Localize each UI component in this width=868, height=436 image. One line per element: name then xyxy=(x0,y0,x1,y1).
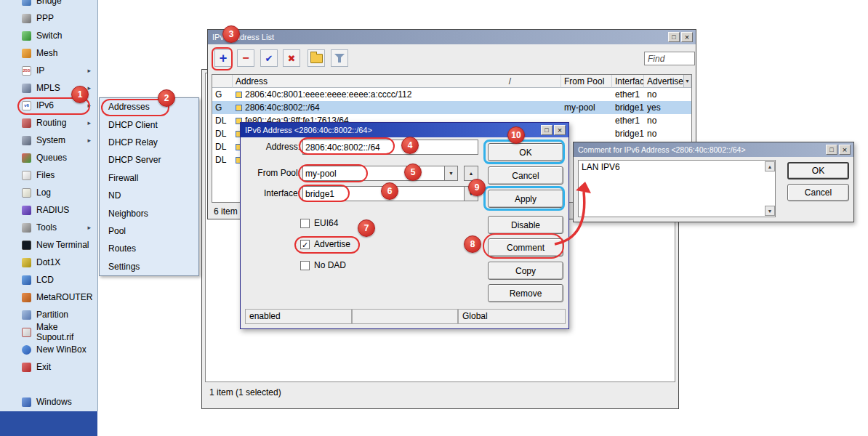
sidebar-item-label: Dot1X xyxy=(36,257,60,267)
dialog-title: IPv6 Address <2806:40c:8002::/64> xyxy=(244,126,539,134)
sidebar-item-lcd[interactable]: LCD xyxy=(0,271,97,288)
sidebar-item-switch[interactable]: Switch xyxy=(0,27,97,44)
eui64-checkbox[interactable] xyxy=(300,219,310,228)
sidebar-item-windows[interactable]: Windows xyxy=(0,393,98,411)
sidebar-item-metarouter[interactable]: MetaROUTER xyxy=(0,288,97,306)
submenu-item-dhcp-client[interactable]: DHCP Client xyxy=(100,116,198,133)
table-header: Address From Pool Interface Advertise xyxy=(212,75,691,88)
close-icon[interactable] xyxy=(681,32,693,42)
log-icon xyxy=(22,188,31,198)
sidebar-item-ppp[interactable]: PPP xyxy=(0,9,97,27)
enable-button[interactable] xyxy=(260,49,278,67)
annotation-step-5: 5 xyxy=(404,164,422,181)
address-column-header[interactable]: Address xyxy=(233,75,561,88)
comment-ok-button[interactable]: OK xyxy=(787,162,849,179)
supout-icon xyxy=(22,328,31,337)
sidebar-item-system[interactable]: System xyxy=(0,132,97,149)
from-pool-column-header[interactable]: From Pool xyxy=(561,75,612,88)
advertise-column-header[interactable]: Advertise xyxy=(644,75,691,88)
interface-column-header[interactable]: Interface xyxy=(612,75,644,88)
sidebar-item-tools[interactable]: Tools xyxy=(0,219,97,236)
submenu-item-dhcp-relay[interactable]: DHCP Relay xyxy=(100,134,198,151)
sidebar-item-new-terminal[interactable]: New Terminal xyxy=(0,236,97,254)
sidebar-item-files[interactable]: Files xyxy=(0,166,97,184)
column-select-icon[interactable] xyxy=(683,75,691,87)
sidebar-item-radius[interactable]: RADIUS xyxy=(0,201,97,219)
address-label: Address: xyxy=(244,140,300,155)
table-row[interactable]: G 2806:40c:8002::/64 my-pool bridge1 yes xyxy=(212,101,691,114)
flag-cell: G xyxy=(212,88,233,101)
sidebar-item-routing[interactable]: Routing xyxy=(0,114,97,132)
status-enabled: enabled xyxy=(245,309,352,324)
copy-button[interactable]: Copy xyxy=(488,262,563,280)
sidebar-item-ip[interactable]: 255IP xyxy=(0,62,97,79)
sidebar-item-label: Queues xyxy=(36,153,67,163)
from-pool-dropdown-icon[interactable] xyxy=(444,166,458,181)
submenu-item-label: DHCP Client xyxy=(108,120,158,130)
sidebar-item-label: Routing xyxy=(36,118,66,128)
comment-cancel-button[interactable]: Cancel xyxy=(787,184,849,201)
comment-window: Comment for IPv6 Address <2806:40c:8002:… xyxy=(573,142,854,222)
sidebar-item-label: PPP xyxy=(36,13,54,23)
bridge-icon xyxy=(22,0,31,6)
annotation-oval-address-value xyxy=(299,137,395,155)
sidebar-item-dot1x[interactable]: Dot1X xyxy=(0,254,97,271)
metarouter-icon xyxy=(22,293,31,302)
comment-textarea[interactable]: LAN IPV6 xyxy=(578,160,776,217)
annotation-box-add-button xyxy=(212,47,233,70)
submenu-item-routes[interactable]: Routes xyxy=(100,240,198,257)
flag-column-header[interactable] xyxy=(212,75,233,88)
remove-button[interactable]: Remove xyxy=(488,284,563,302)
list-window-status: 6 item xyxy=(214,206,238,217)
filter-funnel-icon xyxy=(334,53,345,63)
submenu-item-label: Pool xyxy=(108,226,126,236)
submenu-item-label: DHCP Server xyxy=(108,155,161,165)
scroll-up-icon[interactable] xyxy=(765,161,775,171)
sidebar-item-label: RADIUS xyxy=(36,205,69,215)
advertise-cell: no xyxy=(644,114,691,127)
submenu-item-firewall[interactable]: Firewall xyxy=(100,169,198,187)
disable-button[interactable] xyxy=(283,49,300,67)
sidebar-item-make-supout[interactable]: Make Supout.rif xyxy=(0,323,97,341)
sidebar-item-queues[interactable]: Queues xyxy=(0,149,97,166)
address-cell: 2806:40c:8002::/64 xyxy=(233,101,561,114)
table-row[interactable]: G 2806:40c:8001:eeee:eeee:eeee:a:cccc/11… xyxy=(212,88,691,101)
submenu-item-label: Routes xyxy=(108,243,136,254)
no-dad-checkbox[interactable] xyxy=(300,261,310,270)
ip-icon: 255 xyxy=(22,66,31,76)
annotation-arrow xyxy=(542,179,600,249)
window-title: IPv6 Address List xyxy=(211,33,667,41)
maximize-icon[interactable] xyxy=(668,32,680,42)
sidebar-item-log[interactable]: Log xyxy=(0,184,97,201)
submenu-item-settings[interactable]: Settings xyxy=(100,258,198,275)
sidebar-item-exit[interactable]: Exit xyxy=(0,358,97,376)
close-icon[interactable] xyxy=(839,145,851,155)
remove-button[interactable] xyxy=(237,49,254,67)
submenu-item-neighbors[interactable]: Neighbors xyxy=(100,204,198,222)
scroll-down-icon[interactable] xyxy=(765,206,775,216)
submenu-item-nd[interactable]: ND xyxy=(100,187,198,204)
list-window-titlebar[interactable]: IPv6 Address List xyxy=(208,30,696,44)
comment-titlebar[interactable]: Comment for IPv6 Address <2806:40c:8002:… xyxy=(574,142,853,157)
sidebar-item-bridge[interactable]: Bridge xyxy=(0,0,97,9)
submenu-item-label: ND xyxy=(108,190,121,201)
from-pool-cell xyxy=(561,88,612,101)
maximize-icon[interactable] xyxy=(826,145,837,155)
mesh-icon xyxy=(22,49,31,58)
terminal-icon xyxy=(22,241,31,250)
find-input[interactable] xyxy=(644,52,695,65)
sidebar-item-mesh[interactable]: Mesh xyxy=(0,44,97,62)
sidebar-item-new-winbox[interactable]: New WinBox xyxy=(0,341,97,358)
filter-button[interactable] xyxy=(331,49,348,67)
maximize-icon[interactable] xyxy=(541,125,552,135)
comment-toolbar-button[interactable] xyxy=(308,49,325,67)
submenu-item-label: Firewall xyxy=(108,173,138,183)
submenu-item-label: Neighbors xyxy=(108,209,148,219)
close-icon[interactable] xyxy=(554,125,566,135)
sidebar-item-label: Bridge xyxy=(36,0,62,6)
submenu-item-pool[interactable]: Pool xyxy=(100,222,198,240)
ppp-icon xyxy=(22,14,31,23)
sidebar-item-partition[interactable]: Partition xyxy=(0,306,97,323)
advertise-column-label: Advertise xyxy=(647,75,683,88)
submenu-item-dhcp-server[interactable]: DHCP Server xyxy=(100,151,198,169)
